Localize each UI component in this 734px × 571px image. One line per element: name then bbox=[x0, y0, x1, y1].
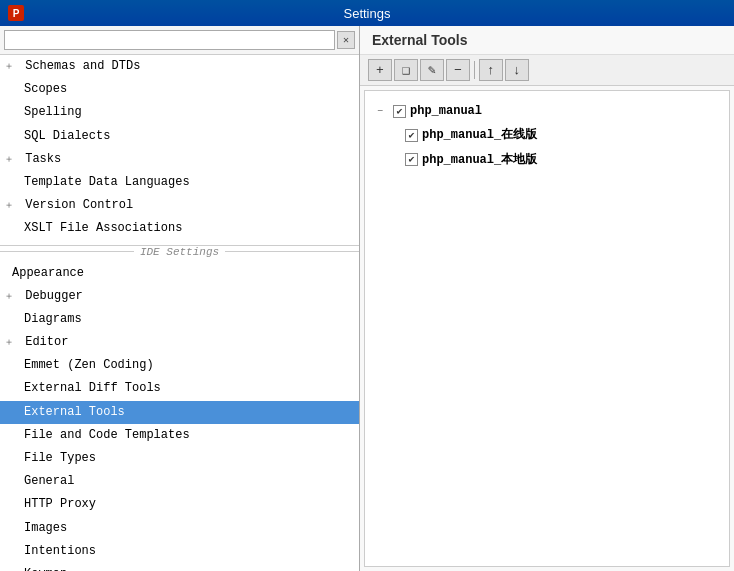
sidebar-item-general[interactable]: General bbox=[0, 470, 359, 493]
search-clear-button[interactable]: ✕ bbox=[337, 31, 355, 49]
toolbar: + ❑ ✎ − ↑ ↓ bbox=[360, 55, 734, 86]
sidebar-item-intentions[interactable]: Intentions bbox=[0, 540, 359, 563]
expand-icon: ＋ bbox=[4, 289, 18, 305]
right-panel-title: External Tools bbox=[360, 26, 734, 55]
sidebar-item-external-diff-tools[interactable]: External Diff Tools bbox=[0, 377, 359, 400]
main-content: ✕ ＋ Schemas and DTDs Scopes Spelling SQL… bbox=[0, 26, 734, 571]
ide-settings-divider: IDE Settings bbox=[0, 245, 359, 258]
sidebar-item-debugger[interactable]: ＋ Debugger bbox=[0, 285, 359, 308]
remove-button[interactable]: − bbox=[446, 59, 470, 81]
tree-node-child-0[interactable]: ✔ php_manual_在线版 bbox=[401, 123, 721, 147]
sidebar-item-version-control[interactable]: ＋ Version Control bbox=[0, 194, 359, 217]
sidebar-item-appearance[interactable]: Appearance bbox=[0, 262, 359, 285]
tree-label-root: php_manual bbox=[410, 101, 482, 121]
expand-icon: ＋ bbox=[4, 335, 18, 351]
move-down-button[interactable]: ↓ bbox=[505, 59, 529, 81]
edit-button[interactable]: ✎ bbox=[420, 59, 444, 81]
copy-button[interactable]: ❑ bbox=[394, 59, 418, 81]
sidebar-item-file-types[interactable]: File Types bbox=[0, 447, 359, 470]
tree-expand-icon: − bbox=[377, 103, 389, 120]
tree-node-root[interactable]: − ✔ php_manual bbox=[373, 99, 721, 123]
sidebar-item-sql-dialects[interactable]: SQL Dialects bbox=[0, 125, 359, 148]
sidebar-item-images[interactable]: Images bbox=[0, 517, 359, 540]
sidebar-item-xslt-file-associations[interactable]: XSLT File Associations bbox=[0, 217, 359, 240]
toolbar-separator bbox=[474, 61, 475, 79]
nav-list: ＋ Schemas and DTDs Scopes Spelling SQL D… bbox=[0, 55, 359, 571]
sidebar-item-editor[interactable]: ＋ Editor bbox=[0, 331, 359, 354]
window-title: Settings bbox=[344, 6, 391, 21]
tree-label-child-0: php_manual_在线版 bbox=[422, 125, 537, 145]
add-button[interactable]: + bbox=[368, 59, 392, 81]
expand-icon: ＋ bbox=[4, 152, 18, 168]
sidebar-item-template-data-languages[interactable]: Template Data Languages bbox=[0, 171, 359, 194]
right-panel: External Tools + ❑ ✎ − ↑ ↓ − ✔ php_manua… bbox=[360, 26, 734, 571]
app-icon: P bbox=[8, 5, 24, 21]
expand-icon: ＋ bbox=[4, 59, 18, 75]
sidebar-item-external-tools[interactable]: External Tools bbox=[0, 401, 359, 424]
move-up-button[interactable]: ↑ bbox=[479, 59, 503, 81]
expand-icon: ＋ bbox=[4, 198, 18, 214]
search-bar: ✕ bbox=[0, 26, 359, 55]
sidebar-item-keymap[interactable]: Keymap bbox=[0, 563, 359, 571]
title-bar-left: P bbox=[8, 5, 24, 21]
left-panel: ✕ ＋ Schemas and DTDs Scopes Spelling SQL… bbox=[0, 26, 360, 571]
sidebar-item-emmet[interactable]: Emmet (Zen Coding) bbox=[0, 354, 359, 377]
tree-checkbox-root[interactable]: ✔ bbox=[393, 105, 406, 118]
search-input[interactable] bbox=[4, 30, 335, 50]
tree-label-child-1: php_manual_本地版 bbox=[422, 150, 537, 170]
tree-area: − ✔ php_manual ✔ php_manual_在线版 ✔ php_ma… bbox=[364, 90, 730, 567]
sidebar-item-file-code-templates[interactable]: File and Code Templates bbox=[0, 424, 359, 447]
sidebar-item-http-proxy[interactable]: HTTP Proxy bbox=[0, 493, 359, 516]
tree-checkbox-child-0[interactable]: ✔ bbox=[405, 129, 418, 142]
title-bar: P Settings bbox=[0, 0, 734, 26]
tree-checkbox-child-1[interactable]: ✔ bbox=[405, 153, 418, 166]
sidebar-item-diagrams[interactable]: Diagrams bbox=[0, 308, 359, 331]
tree-node-child-1[interactable]: ✔ php_manual_本地版 bbox=[401, 148, 721, 172]
tree-children: ✔ php_manual_在线版 ✔ php_manual_本地版 bbox=[373, 123, 721, 172]
sidebar-item-scopes[interactable]: Scopes bbox=[0, 78, 359, 101]
sidebar-item-schemas-dtds[interactable]: ＋ Schemas and DTDs bbox=[0, 55, 359, 78]
sidebar-item-tasks[interactable]: ＋ Tasks bbox=[0, 148, 359, 171]
sidebar-item-spelling[interactable]: Spelling bbox=[0, 101, 359, 124]
